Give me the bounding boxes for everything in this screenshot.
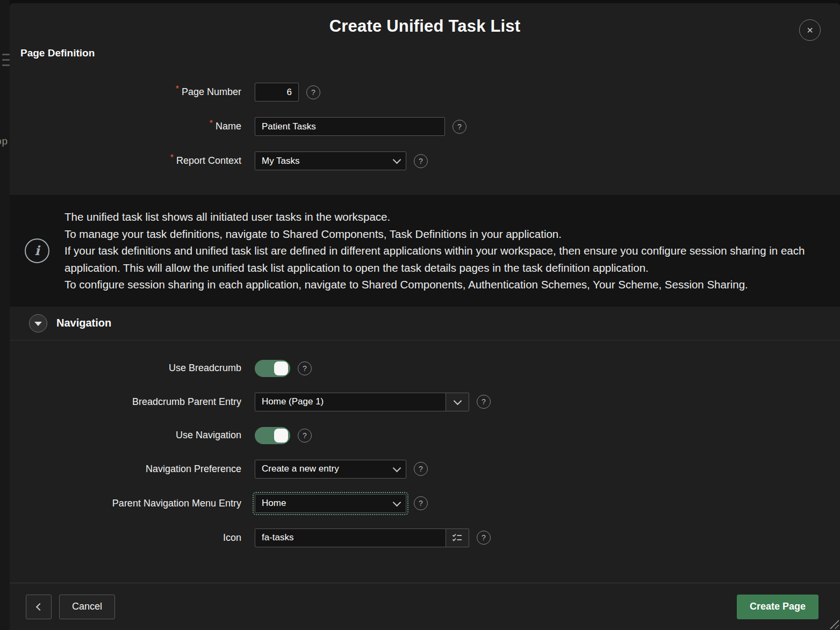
page-number-input[interactable]	[255, 83, 299, 102]
back-button[interactable]	[26, 595, 52, 619]
close-glyph: ×	[807, 25, 813, 35]
icon-row: Icon ?	[10, 528, 840, 547]
info-line-4: To configure session sharing in each app…	[64, 276, 810, 293]
parent-navigation-menu-entry-value: Home	[255, 498, 387, 509]
triangle-down-icon	[34, 322, 42, 326]
dialog-title: Create Unified Task List	[10, 3, 840, 36]
help-icon[interactable]: ?	[414, 496, 428, 510]
name-label: Name	[216, 121, 241, 132]
create-unified-task-list-dialog: Create Unified Task List × Page Definiti…	[10, 3, 840, 630]
navigation-preference-value: Create a new entry	[255, 464, 387, 474]
use-navigation-toggle[interactable]	[255, 427, 290, 444]
page-number-row: *Page Number ?	[10, 83, 840, 102]
help-icon[interactable]: ?	[477, 531, 491, 545]
use-breadcrumb-row: Use Breadcrumb ?	[10, 360, 840, 377]
parent-navigation-menu-entry-label: Parent Navigation Menu Entry	[10, 498, 255, 509]
checklist-icon	[452, 533, 463, 542]
collapse-navigation-button[interactable]	[29, 314, 47, 332]
toggle-knob	[274, 429, 288, 443]
name-row: *Name ?	[10, 117, 840, 136]
breadcrumb-parent-row: Breadcrumb Parent Entry ?	[10, 393, 840, 411]
help-icon[interactable]: ?	[306, 85, 320, 99]
navigation-form: Use Breadcrumb ? Breadcrumb Parent Entry	[10, 360, 840, 547]
help-icon[interactable]: ?	[298, 429, 312, 443]
toggle-knob	[274, 361, 288, 375]
icon-label: Icon	[10, 532, 255, 544]
report-context-value: My Tasks	[255, 156, 387, 166]
use-breadcrumb-toggle[interactable]	[255, 360, 290, 377]
name-input[interactable]	[255, 117, 445, 136]
background-text-glimpse: pp	[0, 135, 8, 147]
navigation-preference-select[interactable]: Create a new entry	[255, 460, 406, 479]
breadcrumb-parent-input[interactable]	[255, 393, 446, 411]
navigation-preference-row: Navigation Preference Create a new entry…	[10, 460, 840, 479]
chevron-left-icon	[36, 603, 44, 610]
chevron-down-icon	[387, 159, 406, 163]
use-breadcrumb-label: Use Breadcrumb	[10, 363, 255, 374]
help-icon[interactable]: ?	[414, 462, 428, 476]
required-asterisk: *	[176, 84, 179, 93]
dialog-footer: Cancel Create Page	[10, 583, 840, 630]
parent-navigation-menu-entry-row: Parent Navigation Menu Entry Home ?	[10, 494, 840, 513]
background-menu-icon	[2, 54, 10, 70]
page-definition-form: *Page Number ? *Name ? *Report Conte	[10, 83, 840, 170]
help-icon[interactable]: ?	[414, 154, 428, 168]
report-context-label: Report Context	[176, 155, 241, 166]
breadcrumb-parent-label: Breadcrumb Parent Entry	[10, 396, 255, 408]
navigation-section-header: Navigation	[10, 307, 840, 341]
page-number-label: Page Number	[182, 86, 241, 97]
navigation-preference-label: Navigation Preference	[10, 464, 255, 475]
icon-input[interactable]	[255, 528, 446, 547]
info-icon: i	[25, 238, 49, 263]
report-context-row: *Report Context My Tasks ?	[10, 151, 840, 170]
info-message: i The unified task list shows all initia…	[10, 195, 840, 307]
cancel-button[interactable]: Cancel	[59, 595, 115, 619]
breadcrumb-parent-dropdown-button[interactable]	[446, 393, 469, 411]
use-navigation-row: Use Navigation ?	[10, 427, 840, 444]
required-asterisk: *	[170, 153, 174, 162]
chevron-down-icon	[387, 467, 406, 471]
close-icon[interactable]: ×	[799, 19, 821, 41]
chevron-down-icon	[387, 502, 406, 505]
info-line-2: To manage your task definitions, navigat…	[64, 226, 810, 243]
create-page-button[interactable]: Create Page	[737, 595, 819, 619]
navigation-heading: Navigation	[56, 317, 111, 329]
help-icon[interactable]: ?	[298, 361, 312, 375]
icon-picker-button[interactable]	[446, 528, 469, 547]
page-definition-heading: Page Definition	[20, 47, 840, 59]
help-icon[interactable]: ?	[477, 395, 491, 409]
help-icon[interactable]: ?	[453, 120, 466, 134]
info-line-3: If your task definitions and unified tas…	[64, 242, 810, 276]
background-app-edge: pp	[0, 0, 10, 630]
report-context-select[interactable]: My Tasks	[255, 151, 406, 170]
required-asterisk: *	[210, 119, 213, 128]
info-line-1: The unified task list shows all initiate…	[64, 208, 810, 226]
use-navigation-label: Use Navigation	[10, 430, 255, 441]
chevron-down-icon	[448, 400, 466, 404]
screen: pp e Create Unified Task List × Page Def…	[0, 0, 840, 630]
parent-navigation-menu-entry-select[interactable]: Home	[255, 494, 406, 513]
